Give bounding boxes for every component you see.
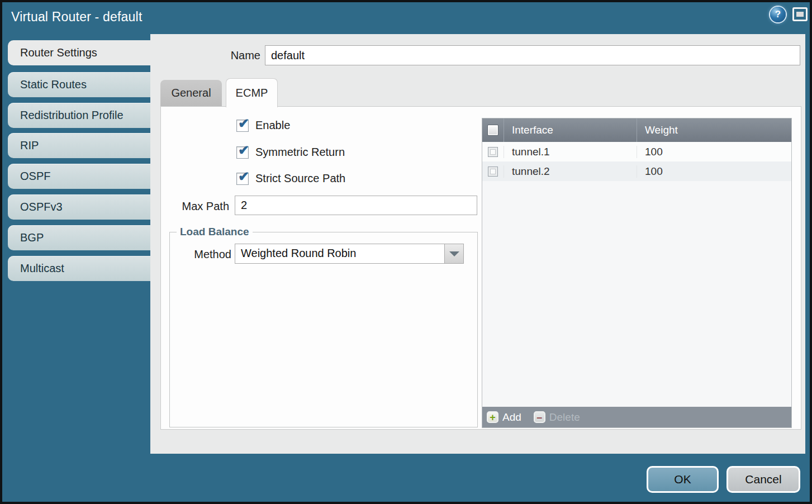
max-path-label: Max Path [171,200,229,213]
method-selected-value: Weighted Round Robin [241,247,356,260]
load-balance-legend: Load Balance [177,226,253,238]
name-input[interactable] [265,45,800,65]
method-dropdown[interactable]: Weighted Round Robin [235,244,464,264]
cell-weight: 100 [637,165,791,178]
enable-row: Enable [236,119,290,132]
sidebar-item-ospf[interactable]: OSPF [8,164,150,189]
enable-checkbox[interactable] [236,120,249,132]
cell-interface: tunnel.1 [504,146,637,158]
name-label: Name [195,49,260,62]
max-path-input[interactable] [235,196,477,215]
header-checkbox-cell [482,118,504,142]
strict-source-path-row: Strict Source Path [236,172,345,185]
cell-weight: 100 [637,146,791,158]
load-balance-group: Load Balance Method Weighted Round Robin [169,232,478,427]
table-empty-area [482,181,791,407]
virtual-router-dialog: Virtual Router - default ? Router Settin… [0,0,812,504]
help-icon[interactable]: ? [770,7,786,22]
row-checkbox-cell [482,147,504,157]
ecmp-interface-table: Interface Weight tunnel.1 100 tunnel.2 1… [482,118,792,428]
column-header-weight[interactable]: Weight [637,118,791,142]
ecmp-tab-panel: Enable Symmetric Return Strict Source Pa… [160,106,801,430]
add-plus-icon: + [487,411,498,423]
strict-source-path-label: Strict Source Path [255,172,345,185]
table-header-row: Interface Weight [482,118,791,142]
window-restore-glyph [796,12,804,17]
dialog-title: Virtual Router - default [11,9,143,25]
cancel-button[interactable]: Cancel [726,466,800,493]
sidebar-item-bgp[interactable]: BGP [8,225,150,250]
sidebar-item-rip[interactable]: RIP [8,133,150,158]
delete-minus-icon: – [534,411,545,423]
column-header-interface[interactable]: Interface [504,118,637,142]
ok-button[interactable]: OK [647,466,719,493]
dialog-body: Name General ECMP Enable Symmetric Retur… [150,34,805,454]
row-checkbox[interactable] [488,167,498,177]
select-all-checkbox[interactable] [487,125,498,136]
add-button-label: Add [502,411,521,424]
window-restore-icon[interactable] [792,7,808,21]
sidebar-item-ospfv3[interactable]: OSPFv3 [8,194,150,220]
cell-interface: tunnel.2 [504,165,637,178]
strict-source-path-checkbox[interactable] [236,173,249,185]
table-row[interactable]: tunnel.1 100 [482,142,791,161]
delete-button[interactable]: – Delete [534,411,580,424]
method-label: Method [180,248,231,261]
symmetric-return-label: Symmetric Return [255,146,345,159]
tab-general[interactable]: General [160,80,222,106]
add-button[interactable]: + Add [487,411,521,424]
tab-ecmp[interactable]: ECMP [226,78,278,107]
chevron-down-icon[interactable] [444,244,463,263]
table-footer-bar: + Add – Delete [482,407,791,427]
sidebar-item-static-routes[interactable]: Static Routes [8,72,150,97]
sidebar-item-router-settings[interactable]: Router Settings [8,40,150,65]
row-checkbox[interactable] [488,147,498,157]
table-row[interactable]: tunnel.2 100 [482,161,791,181]
symmetric-return-checkbox[interactable] [236,146,249,159]
row-checkbox-cell [482,167,504,177]
delete-button-label: Delete [549,411,580,424]
titlebar: Virtual Router - default ? [2,2,810,34]
sidebar-item-multicast[interactable]: Multicast [8,256,150,281]
symmetric-return-row: Symmetric Return [236,146,345,159]
enable-label: Enable [255,119,290,132]
sidebar-item-redistribution-profile[interactable]: Redistribution Profile [8,103,150,128]
